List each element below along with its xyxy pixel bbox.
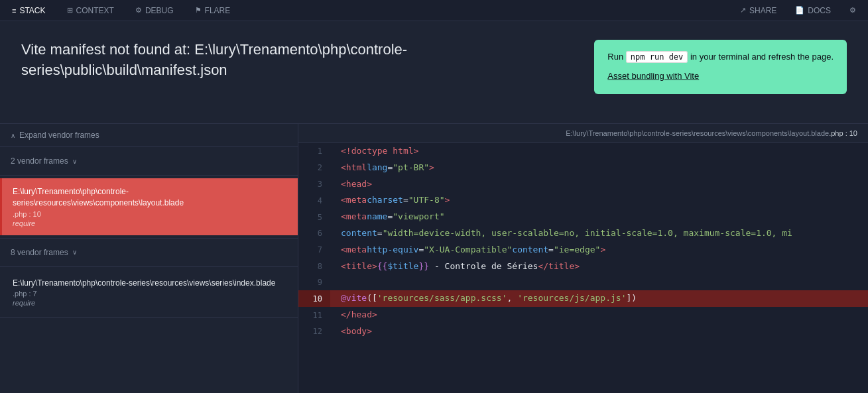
code-line-6: 6 content="width=device-width, user-scal… <box>298 225 868 242</box>
docs-icon: 📄 <box>795 6 804 15</box>
code-line-2: 2 <html lang="pt-BR"> <box>298 160 868 176</box>
line-num-3: 3 <box>298 176 330 193</box>
bottom-frame-method: require <box>13 299 287 307</box>
line-num-8: 8 <box>298 258 330 275</box>
line-num-9: 9 <box>298 274 330 290</box>
hint-text-before: Run <box>607 52 625 62</box>
active-frame-method: require <box>13 219 287 227</box>
line-num-1: 1 <box>298 143 330 160</box>
nav-left-items: ≡ STACK ⊞ CONTEXT ⚙ DEBUG ⚑ FLARE <box>8 3 234 18</box>
nav-docs-label: DOCS <box>808 6 831 15</box>
share-icon: ↗ <box>740 6 746 15</box>
line-content-11: </head> <box>330 307 388 323</box>
code-line-3: 3 <head> <box>298 176 868 193</box>
line-content-12: <body> <box>330 323 383 340</box>
nav-context-label: CONTEXT <box>76 6 114 15</box>
code-line-12: 12 <body> <box>298 323 868 340</box>
line-num-5: 5 <box>298 209 330 225</box>
line-num-4: 4 <box>298 192 330 209</box>
nav-stack-label: STACK <box>19 6 45 15</box>
active-frame[interactable]: E:\lury\Trenamento\php\controle-series\r… <box>0 178 298 235</box>
nav-docs[interactable]: 📄 DOCS <box>791 3 835 18</box>
context-icon: ⊞ <box>67 6 73 15</box>
expand-vendor-label: Expand vendor frames <box>19 131 99 140</box>
stack-panel: ∧ Expand vendor frames 2 vendor frames ∨… <box>0 124 298 393</box>
expand-vendor-frames[interactable]: ∧ Expand vendor frames <box>0 124 298 147</box>
nav-stack[interactable]: ≡ STACK <box>8 3 50 18</box>
debug-icon: ⚙ <box>135 6 142 15</box>
line-content-3: <head> <box>330 176 383 193</box>
line-content-7: <meta http-equiv="X-UA-Compatible" conte… <box>330 242 616 258</box>
nav-flare-label: FLARE <box>205 6 231 15</box>
line-content-6: content="width=device-width, user-scalab… <box>330 225 803 242</box>
nav-settings[interactable]: ⚙ <box>845 3 860 17</box>
stack-icon: ≡ <box>12 7 16 15</box>
active-frame-path: E:\lury\Trenamento\php\controle-series\r… <box>13 186 287 209</box>
chevron-up-icon: ∧ <box>11 132 15 139</box>
code-file-name: .php : 10 <box>829 129 857 137</box>
line-content-4: <meta charset="UTF-8"> <box>330 192 460 209</box>
code-line-4: 4 <meta charset="UTF-8"> <box>298 192 868 209</box>
code-line-9: 9 <box>298 274 868 290</box>
nav-debug-label: DEBUG <box>145 6 174 15</box>
nav-right-items: ↗ SHARE 📄 DOCS ⚙ <box>736 3 860 18</box>
line-content-1: <!doctype html> <box>330 143 429 160</box>
nav-share[interactable]: ↗ SHARE <box>736 3 780 18</box>
vendor-group-1: 2 vendor frames ∨ <box>0 147 298 176</box>
code-line-11: 11 </head> <box>298 307 868 323</box>
nav-flare[interactable]: ⚑ FLARE <box>191 3 235 18</box>
vendor-group-1-label: 2 vendor frames <box>11 156 68 166</box>
line-num-2: 2 <box>298 160 330 176</box>
hint-text-after: in your terminal and refresh the page. <box>688 52 834 62</box>
line-content-8: <title>{{ $title }} - Controle de Séries… <box>330 258 590 275</box>
code-file-dir: E:\lury\Trenamento\php\controle-series\r… <box>566 129 829 137</box>
code-line-5: 5 <meta name="viewport" <box>298 209 868 225</box>
line-content-5: <meta name="viewport" <box>330 209 456 225</box>
code-line-1: 1 <!doctype html> <box>298 143 868 160</box>
settings-icon: ⚙ <box>849 6 856 15</box>
active-frame-file: .php : 10 <box>13 210 287 218</box>
chevron-down-icon-2: ∨ <box>72 249 77 256</box>
line-num-12: 12 <box>298 323 330 340</box>
line-num-11: 11 <box>298 307 330 323</box>
code-line-10: 10 @vite(['resources/sass/app.scss', 're… <box>298 290 868 307</box>
nav-context[interactable]: ⊞ CONTEXT <box>63 3 118 18</box>
line-content-9 <box>330 274 351 290</box>
chevron-down-icon-1: ∨ <box>72 158 77 165</box>
error-message: Vite manifest not found at: E:\lury\Tren… <box>21 40 472 81</box>
code-line-7: 7 <meta http-equiv="X-UA-Compatible" con… <box>298 242 868 258</box>
code-viewer: 1 <!doctype html> 2 <html lang="pt-BR"> … <box>298 143 868 393</box>
line-num-6: 6 <box>298 225 330 242</box>
error-banner: Vite manifest not found at: E:\lury\Tren… <box>0 21 868 124</box>
line-num-10: 10 <box>298 290 330 307</box>
code-panel: E:\lury\Trenamento\php\controle-series\r… <box>298 124 868 393</box>
vendor-group-2-label: 8 vendor frames <box>11 248 68 257</box>
bottom-frame-group: E:\lury\Trenamento\php\controle-series\r… <box>0 267 298 319</box>
bottom-frame[interactable]: E:\lury\Trenamento\php\controle-series\r… <box>0 270 298 315</box>
hint-command: npm run dev <box>626 51 688 63</box>
line-num-7: 7 <box>298 242 330 258</box>
active-frame-group: E:\lury\Trenamento\php\controle-series\r… <box>0 176 298 239</box>
flare-icon: ⚑ <box>195 6 202 15</box>
code-file-path: E:\lury\Trenamento\php\controle-series\r… <box>298 124 868 143</box>
bottom-frame-path: E:\lury\Trenamento\php\controle-series\r… <box>13 278 287 289</box>
line-content-10: @vite(['resources/sass/app.scss', 'resou… <box>330 290 647 307</box>
nav-debug[interactable]: ⚙ DEBUG <box>131 3 178 18</box>
main-area: ∧ Expand vendor frames 2 vendor frames ∨… <box>0 124 868 393</box>
bottom-frame-file: .php : 7 <box>13 290 287 298</box>
line-content-2: <html lang="pt-BR"> <box>330 160 445 176</box>
vendor-group-1-collapse[interactable]: 2 vendor frames ∨ <box>0 150 298 172</box>
nav-share-label: SHARE <box>749 6 776 15</box>
vendor-group-2: 8 vendor frames ∨ <box>0 239 298 267</box>
top-navigation: ≡ STACK ⊞ CONTEXT ⚙ DEBUG ⚑ FLARE ↗ SHAR… <box>0 0 868 21</box>
hint-link[interactable]: Asset bundling with Vite <box>607 70 834 84</box>
hint-box: Run npm run dev in your terminal and ref… <box>594 40 847 94</box>
code-line-8: 8 <title>{{ $title }} - Controle de Séri… <box>298 258 868 275</box>
vendor-group-2-collapse[interactable]: 8 vendor frames ∨ <box>0 241 298 264</box>
